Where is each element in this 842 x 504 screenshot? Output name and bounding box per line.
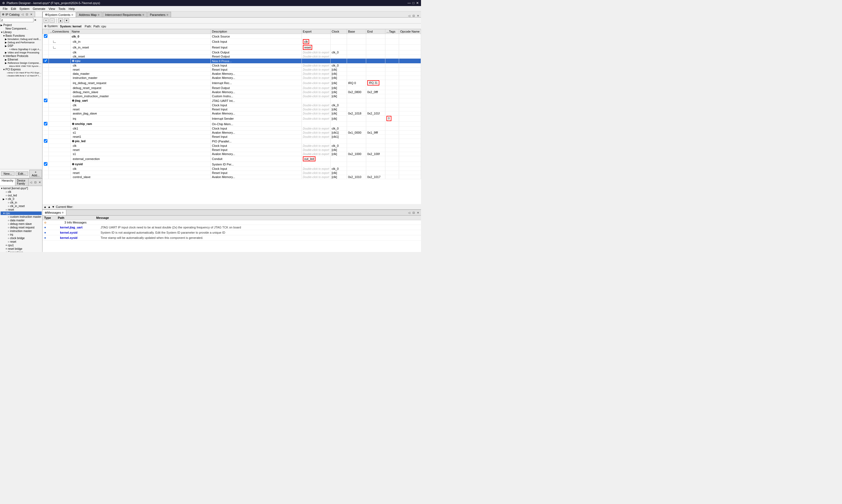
checkbox-pio[interactable] [44, 139, 48, 143]
export-pio-s1[interactable]: Double-click to export [301, 152, 330, 156]
name-cpu-data[interactable]: data_master [70, 72, 211, 76]
menu-file[interactable]: File [1, 6, 9, 11]
tree-signaltap[interactable]: • Altera Signaltap II Logic Analyzer [1, 48, 42, 51]
name-sysid-reset[interactable]: reset [70, 171, 211, 175]
row-onchip-ram[interactable]: ⊕ onchip_ram On-Chip Mem... [43, 122, 421, 127]
row-jtag-uart[interactable]: ⊕ jtag_uart JTAG UART Int... [43, 98, 421, 103]
tree-debug-perf[interactable]: ▶ Debug and Performance [1, 41, 42, 44]
right-panel-detach-btn[interactable]: ⊡ [412, 14, 416, 17]
hier-reset[interactable]: ○ reset [1, 208, 42, 212]
tab-interconnect-close[interactable]: ⊗ [142, 14, 144, 16]
row-onchip-reset[interactable]: reset1 Reset Input Double-click to expor… [43, 135, 421, 139]
row-cpu-debug-mem[interactable]: debug_mem_slave Avalon Memory... Double-… [43, 90, 421, 94]
tab-address-close[interactable]: ⊗ [98, 14, 100, 16]
export-cpu-clk[interactable]: Double-click to export [301, 64, 330, 68]
name-pio[interactable]: ⊕ pio_led [70, 139, 211, 144]
name-jtag-clk[interactable]: clk [70, 103, 211, 107]
export-onchip-clk[interactable]: Double-click to export [301, 127, 330, 131]
minimize-btn[interactable]: — [407, 1, 411, 5]
row-jtag-clk[interactable]: clk Clock Input Double-click to export c… [43, 103, 421, 107]
name-onchip[interactable]: ⊕ onchip_ram [70, 122, 211, 127]
name-cpu[interactable]: ⊕ cpu [70, 59, 211, 64]
name-cpu-instr[interactable]: instruction_master [70, 76, 211, 80]
checkbox-onchip[interactable] [44, 122, 48, 125]
toolbar-up-btn[interactable]: ▲ [58, 18, 63, 23]
right-panel-close-btn[interactable]: ✕ [416, 14, 420, 17]
export-jtag-clk[interactable]: Double-click to export [301, 103, 330, 107]
name-sysid-control[interactable]: control_slave [70, 175, 211, 179]
messages-close-btn[interactable]: ✕ [416, 211, 420, 214]
out-led-export-badge[interactable]: out_led [303, 157, 315, 161]
row-cpu-reset[interactable]: reset Reset Input Double-click to export… [43, 68, 421, 72]
row-pio-led[interactable]: ⊕ pio_led PIO (Parallel... [43, 139, 421, 144]
export-onchip-reset[interactable]: Double-click to export [301, 135, 330, 139]
name-pio-clk[interactable]: clk [70, 144, 211, 148]
hier-clk0[interactable]: ▶ + clk_0 [1, 197, 42, 201]
hier-kernel[interactable]: ▼ kernel [kernel.qsys*] [1, 186, 42, 190]
name-clk[interactable]: clk [70, 50, 211, 54]
tree-video[interactable]: ▶ Video and Image Processing [1, 51, 42, 54]
panel-detach-btn[interactable]: ⊡ [25, 13, 29, 16]
row-jtag-reset[interactable]: reset Reset Input Double-click to export… [43, 107, 421, 111]
name-pio-s1[interactable]: s1 [70, 152, 211, 156]
tab-address-map[interactable]: Address Map ⊗ [76, 12, 102, 17]
right-panel-left-btn[interactable]: ◁ [407, 14, 411, 17]
window-controls[interactable]: — □ ✕ [407, 1, 419, 5]
export-pio-ext[interactable]: out_led [301, 156, 330, 162]
filter-up-btn2[interactable]: ▲ [48, 205, 51, 209]
name-jtag-irq[interactable]: irq [70, 115, 211, 122]
name-pio-reset[interactable]: reset [70, 148, 211, 152]
hierarchy-panel-detach-btn[interactable]: ⊡ [33, 181, 37, 184]
export-cpu-data[interactable]: Double-click to export [301, 72, 330, 76]
col-connections[interactable]: ...Connections [49, 29, 70, 34]
export-sysid-clk[interactable]: Double-click to export [301, 167, 330, 171]
export-clk-in[interactable]: clk [301, 39, 330, 44]
row-cpu-data-master[interactable]: data_master Avalon Memory... Double-clic… [43, 72, 421, 76]
tree-avalon-pci[interactable]: • Avalon-MM Arria V v2 Hard IP for PCI E… [1, 74, 42, 77]
row-pio-ext[interactable]: external_connection Conduit out_led [43, 156, 421, 162]
hierarchy-tab[interactable]: Hierarchy [0, 179, 15, 186]
ip-search-input[interactable] [1, 18, 33, 22]
name-clk0[interactable]: clk_0 [70, 34, 211, 39]
hier-connections1[interactable]: + Connections [1, 251, 42, 252]
hier-custom-instr[interactable]: ○ custom instruction master [1, 215, 42, 219]
export-cpu-debug-mem[interactable]: Double-click to export [301, 90, 330, 94]
toolbar-remove-btn[interactable]: - [50, 18, 55, 23]
checkbox-clk0[interactable] [44, 34, 48, 38]
tab-interconnect[interactable]: Interconnect Requirements ⊗ [103, 12, 147, 17]
tree-new-component[interactable]: New Component... [1, 27, 42, 31]
export-cpu-instr[interactable]: Double-click to export [301, 76, 330, 80]
col-name[interactable]: Name [70, 29, 211, 34]
messages-left-btn[interactable]: ◁ [407, 211, 411, 214]
name-cpu-irq[interactable]: irq_debug_reset_request [70, 80, 211, 86]
export-pio-clk[interactable]: Double-click to export [301, 144, 330, 148]
hier-clk-in-reset[interactable]: ○ clk_in_reset [1, 204, 42, 208]
row-clk0[interactable]: clk_0 Clock Source [43, 34, 421, 39]
checkbox-jtag[interactable] [44, 98, 48, 102]
name-jtag-avalon[interactable]: avalon_jtag_slave [70, 111, 211, 115]
row-pio-s1[interactable]: s1 Avalon Memory... Double-click to expo… [43, 152, 421, 156]
col-description[interactable]: Description [211, 29, 302, 34]
tab-parameters[interactable]: Parameters ⊗ [147, 12, 171, 17]
row-sysid-clk[interactable]: clk Clock Input Double-click to export c… [43, 167, 421, 171]
toolbar-down-btn[interactable]: ▼ [64, 18, 69, 23]
msg-row-sysid2[interactable]: ● kernel.sysid Time stamp will be automa… [42, 235, 421, 240]
row-pio-clk[interactable]: clk Clock Input Double-click to export c… [43, 144, 421, 148]
row-onchip-clk[interactable]: clk1 Clock Input Double-click to export … [43, 127, 421, 131]
system-contents-table[interactable]: ...Connections Name Description Export C… [42, 29, 421, 204]
panel-close-btn[interactable]: ✕ [29, 13, 33, 16]
reset-export-badge[interactable]: reset [303, 45, 312, 50]
row-sysid-reset[interactable]: reset Reset Input Double-click to export… [43, 171, 421, 175]
row-cpu-custom[interactable]: custom_instruction_master Custom Instru.… [43, 94, 421, 98]
row-cpu-instr[interactable]: instruction_master Avalon Memory... Doub… [43, 76, 421, 80]
tree-library[interactable]: ▼ Library [1, 31, 42, 34]
hierarchy-panel-left-btn[interactable]: ◁ [29, 181, 33, 184]
col-tags[interactable]: ...Tags [385, 29, 399, 34]
tree-ref-design[interactable]: ▶ Reference Design Components [1, 61, 42, 65]
filter-down-btn[interactable]: ▼ [52, 205, 55, 209]
col-clock[interactable]: Clock [331, 29, 347, 34]
row-sysid[interactable]: ⊕ sysid System ID Per... [43, 162, 421, 167]
tree-ethernet[interactable]: ▶ Ethernet [1, 58, 42, 61]
messages-tab-close[interactable]: ⊗ [62, 211, 64, 214]
tree-dsp[interactable]: ▶ DSP [1, 44, 42, 48]
